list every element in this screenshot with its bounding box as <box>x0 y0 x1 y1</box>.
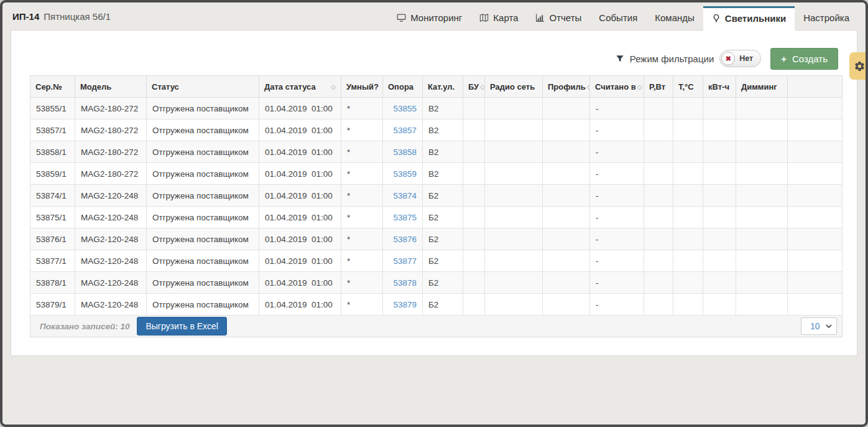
cell-model: MAG2-120-248 <box>75 207 147 228</box>
table-row[interactable]: 53874/1MAG2-120-248Отгружена поставщиком… <box>30 185 843 207</box>
support-link[interactable]: 53878 <box>393 278 417 288</box>
cell-t-c <box>673 294 703 316</box>
cell-street-cat: Б2 <box>423 250 463 272</box>
col-radio-net[interactable]: Радио сеть <box>485 76 543 98</box>
cell-p-w <box>644 272 673 294</box>
cell-profile <box>543 163 590 185</box>
support-link[interactable]: 53877 <box>393 256 417 266</box>
table-row[interactable]: 53855/1MAG2-180-272Отгружена поставщиком… <box>30 98 843 120</box>
col-kwh[interactable]: кВт-ч <box>703 76 736 98</box>
support-link[interactable]: 53876 <box>393 235 417 244</box>
support-link[interactable]: 53875 <box>393 213 417 222</box>
support-link[interactable]: 53857 <box>393 126 417 135</box>
table-row[interactable]: 53877/1MAG2-120-248Отгружена поставщиком… <box>30 250 843 272</box>
cell-actions <box>788 272 843 294</box>
column-label: БУ <box>468 82 479 92</box>
top-bar: ИП-14Пятницкая 56/1 МониторингКартаОтчет… <box>2 2 866 30</box>
table-row[interactable]: 53859/1MAG2-180-272Отгружена поставщиком… <box>30 163 843 185</box>
column-label: Модель <box>80 82 111 92</box>
cell-support: 53858 <box>383 141 423 163</box>
cell-t-c <box>673 250 703 272</box>
cell-support: 53879 <box>383 294 423 316</box>
cell-model: MAG2-120-248 <box>75 294 147 316</box>
table-row[interactable]: 53876/1MAG2-120-248Отгружена поставщиком… <box>30 228 843 250</box>
cell-kwh <box>703 272 736 294</box>
create-button[interactable]: + Создать <box>770 48 838 70</box>
cell-serial: 53857/1 <box>30 120 75 141</box>
page-size-select[interactable]: 10 <box>801 317 837 335</box>
cell-serial: 53859/1 <box>30 163 75 185</box>
nav-tabs: МониторингКартаОтчетыСобытияКомандыСвети… <box>388 2 858 30</box>
cell-t-c <box>673 120 703 141</box>
cell-actions <box>788 185 843 207</box>
col-bu[interactable]: БУ◇ <box>463 76 485 98</box>
toolbar: Режим фильтрации ✖ Нет + Создать <box>30 47 838 70</box>
col-temp[interactable]: T,°C <box>673 76 703 98</box>
map-icon <box>479 13 489 22</box>
table-row[interactable]: 53875/1MAG2-120-248Отгружена поставщиком… <box>30 207 843 228</box>
col-profile[interactable]: Профиль◇ <box>543 76 590 98</box>
cell-support: 53874 <box>383 185 423 207</box>
col-model[interactable]: Модель <box>75 76 147 98</box>
tab-settings[interactable]: Настройка <box>795 6 858 30</box>
cell-status: Отгружена поставщиком <box>147 163 259 185</box>
tab-commands[interactable]: Команды <box>646 6 703 30</box>
cell-status-date: 01.04.2019 01:00 <box>259 98 341 120</box>
cell-kwh <box>703 141 736 163</box>
table-footer-row: Показано записей: 10 Выгрузить в Excel 1… <box>30 316 843 337</box>
tab-monitoring[interactable]: Мониторинг <box>388 6 471 30</box>
page-title: ИП-14Пятницкая 56/1 <box>12 11 111 22</box>
cell-status: Отгружена поставщиком <box>147 141 259 163</box>
cell-radio-net <box>485 120 543 141</box>
cell-bu <box>463 98 485 120</box>
table-row[interactable]: 53858/1MAG2-180-272Отгружена поставщиком… <box>30 141 843 163</box>
cell-street-cat: В2 <box>423 141 463 163</box>
cell-serial: 53878/1 <box>30 272 75 294</box>
col-serial[interactable]: Сер.№ <box>30 76 75 98</box>
filter-mode-control[interactable]: Режим фильтрации ✖ Нет <box>616 50 761 67</box>
cell-kwh <box>703 228 736 250</box>
col-street-cat[interactable]: Кат.ул. <box>423 76 463 98</box>
support-link[interactable]: 53879 <box>393 300 417 309</box>
support-link[interactable]: 53874 <box>393 191 417 200</box>
tab-events[interactable]: События <box>590 6 646 30</box>
cell-profile <box>543 272 590 294</box>
col-dimming[interactable]: Димминг <box>736 76 788 98</box>
cell-status: Отгружена поставщиком <box>147 250 259 272</box>
cell-kwh <box>703 294 736 316</box>
cell-model: MAG2-180-272 <box>75 120 147 141</box>
table-row[interactable]: 53857/1MAG2-180-272Отгружена поставщиком… <box>30 120 843 141</box>
cell-t-c <box>673 163 703 185</box>
cell-read-at: - <box>590 272 644 294</box>
support-link[interactable]: 53855 <box>393 104 417 113</box>
tab-label: События <box>599 12 637 23</box>
cell-status-date: 01.04.2019 01:00 <box>259 250 341 272</box>
filter-toggle[interactable]: ✖ Нет <box>719 50 761 67</box>
col-status-date[interactable]: Дата статуса◇ <box>259 76 341 98</box>
cell-profile <box>543 228 590 250</box>
tab-reports[interactable]: Отчеты <box>527 6 590 30</box>
support-link[interactable]: 53859 <box>393 169 417 179</box>
cell-actions <box>788 294 843 316</box>
col-status[interactable]: Статус <box>147 76 259 98</box>
table-row[interactable]: 53878/1MAG2-120-248Отгружена поставщиком… <box>30 272 843 294</box>
cell-profile <box>543 207 590 228</box>
tab-map[interactable]: Карта <box>471 6 527 30</box>
page-size-wrap: 10 <box>801 317 837 335</box>
support-link[interactable]: 53858 <box>393 148 417 157</box>
settings-gear-button[interactable] <box>849 52 868 80</box>
col-smart[interactable]: Умный? <box>341 76 383 98</box>
cell-p-w <box>644 163 673 185</box>
table-row[interactable]: 53879/1MAG2-120-248Отгружена поставщиком… <box>30 294 843 316</box>
col-power[interactable]: P,Вт <box>644 76 673 98</box>
cell-read-at: - <box>590 294 644 316</box>
cell-t-c <box>673 141 703 163</box>
tab-luminaires[interactable]: Светильники <box>703 6 795 30</box>
cell-radio-net <box>485 272 543 294</box>
col-read-at[interactable]: Считано в◇ <box>590 76 644 98</box>
col-support[interactable]: Опора <box>383 76 423 98</box>
export-excel-button[interactable]: Выгрузить в Excel <box>137 317 227 336</box>
cell-bu <box>463 163 485 185</box>
col-actions[interactable] <box>788 76 843 98</box>
cell-support: 53859 <box>383 163 423 185</box>
